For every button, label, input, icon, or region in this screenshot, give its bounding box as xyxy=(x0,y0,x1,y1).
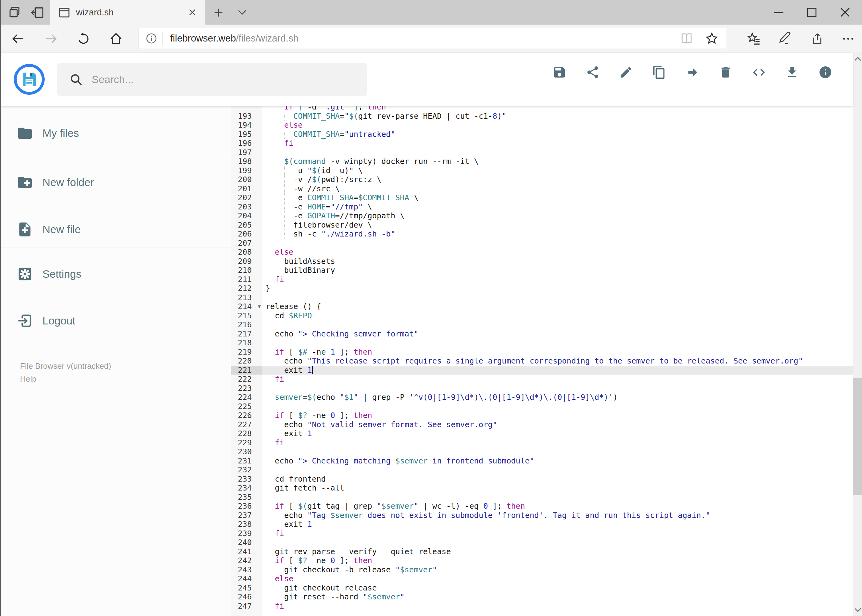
code-line[interactable]: 201 -w //src \ xyxy=(231,184,853,193)
code-line[interactable]: if [ -d ".git" ]; then xyxy=(231,106,853,112)
copy-button[interactable] xyxy=(652,65,666,79)
code-line[interactable]: 244 else xyxy=(231,574,853,583)
code-line[interactable]: 198 $(command -v winpty) docker run --rm… xyxy=(231,157,853,166)
code-line[interactable]: 215 cd $REPO xyxy=(231,311,853,321)
code-line[interactable]: 220 echo "This release script requires a… xyxy=(231,357,853,366)
code-line[interactable]: 193 COMMIT_SHA="$(git rev-parse HEAD | c… xyxy=(231,112,853,121)
code-line[interactable]: 223 xyxy=(231,384,853,393)
code-line[interactable]: 196 fi xyxy=(231,139,853,148)
edit-button[interactable] xyxy=(619,65,633,79)
code-line[interactable]: 221 exit 1 xyxy=(231,366,853,375)
code-line[interactable]: 246 git reset --hard "$semver" xyxy=(231,592,853,602)
code-line[interactable]: 211 fi xyxy=(231,275,853,284)
code-line[interactable]: 236 if [ $(git tag | grep "$semver" | wc… xyxy=(231,501,853,511)
site-info-icon[interactable] xyxy=(145,32,158,45)
scroll-down-arrow-icon[interactable] xyxy=(853,605,862,615)
code-line[interactable]: 231 echo "> Checking matching $semver in… xyxy=(231,456,853,466)
code-line[interactable]: 225 xyxy=(231,402,853,411)
favorite-star-icon[interactable] xyxy=(705,32,719,45)
help-link[interactable]: Help xyxy=(20,374,36,384)
sidebar-item-new-folder[interactable]: New folder xyxy=(1,171,231,194)
more-options-button[interactable] xyxy=(841,32,855,46)
address-bar[interactable]: filebrowser.web/files/wizard.sh xyxy=(138,28,726,49)
code-line[interactable]: 195 COMMIT_SHA="untracked" xyxy=(231,130,853,139)
code-line[interactable]: 247 fi xyxy=(231,602,853,611)
refresh-button[interactable] xyxy=(77,32,90,46)
code-line[interactable]: 217 echo "> Checking semver format" xyxy=(231,329,853,339)
scroll-up-arrow-icon[interactable] xyxy=(853,54,862,64)
share-page-button[interactable] xyxy=(810,32,824,46)
move-button[interactable] xyxy=(686,65,700,79)
code-line[interactable]: 214▾release () { xyxy=(231,302,853,311)
code-line[interactable]: 240 xyxy=(231,538,853,547)
code-line[interactable]: 239 fi xyxy=(231,529,853,538)
code-line[interactable]: 216 xyxy=(231,320,853,329)
code-line[interactable]: 199 -u "$(id -u)" \ xyxy=(231,166,853,175)
tabs-aside-button[interactable] xyxy=(8,6,22,20)
code-line[interactable]: 232 xyxy=(231,465,853,475)
download-button[interactable] xyxy=(785,65,799,79)
code-line[interactable]: 212} xyxy=(231,284,853,293)
code-line[interactable]: 206 sh -c "./wizard.sh -b" xyxy=(231,229,853,239)
info-button[interactable] xyxy=(818,65,832,79)
code-line[interactable]: 229 fi xyxy=(231,438,853,448)
code-line[interactable]: 219 if [ $# -ne 1 ]; then xyxy=(231,347,853,357)
delete-button[interactable] xyxy=(719,65,733,79)
code-line[interactable]: 237 echo "Tag $semver does not exist in … xyxy=(231,511,853,520)
code-line[interactable]: 234 git fetch --all xyxy=(231,484,853,493)
code-line[interactable]: 210 buildBinary xyxy=(231,266,853,275)
code-line[interactable]: 207 xyxy=(231,239,853,248)
code-line[interactable]: 218 xyxy=(231,338,853,347)
fold-arrow-icon[interactable]: ▾ xyxy=(258,302,261,311)
browser-tab[interactable]: wizard.sh xyxy=(50,0,205,25)
code-line[interactable]: 226 if [ $? -ne 0 ]; then xyxy=(231,411,853,420)
code-line[interactable]: 204 -e GOPATH=//tmp/gopath \ xyxy=(231,211,853,220)
code-line[interactable]: 224 semver=$(echo "$1" | grep -P '^v(0|[… xyxy=(231,393,853,402)
code-line[interactable]: 243 git checkout -b release "$semver" xyxy=(231,565,853,575)
code-line[interactable]: 203 -e HOME="//tmp" \ xyxy=(231,202,853,212)
share-button[interactable] xyxy=(586,65,600,79)
code-line[interactable]: 241 git rev-parse --verify --quiet relea… xyxy=(231,547,853,556)
web-note-button[interactable] xyxy=(778,32,793,46)
app-logo[interactable] xyxy=(14,64,45,95)
code-editor[interactable]: if [ -d ".git" ]; then193 COMMIT_SHA="$(… xyxy=(231,106,853,616)
restore-tabs-button[interactable] xyxy=(30,6,45,20)
code-line[interactable]: 238 exit 1 xyxy=(231,520,853,529)
sidebar-item-my-files[interactable]: My files xyxy=(1,121,231,145)
sidebar-item-new-file[interactable]: New file xyxy=(1,218,231,241)
back-button[interactable] xyxy=(11,32,25,46)
code-line[interactable]: 213 xyxy=(231,293,853,302)
forward-button[interactable] xyxy=(44,32,58,46)
minimize-button[interactable] xyxy=(772,5,786,19)
code-line[interactable]: 222 fi xyxy=(231,375,853,384)
code-line[interactable]: 228 exit 1 xyxy=(231,429,853,438)
scrollbar-thumb[interactable] xyxy=(853,378,862,495)
code-line[interactable]: 233 cd frontend xyxy=(231,475,853,484)
code-line[interactable]: 209 buildAssets xyxy=(231,257,853,266)
code-line[interactable]: 202 -e COMMIT_SHA=$COMMIT_SHA \ xyxy=(231,193,853,202)
search-bar[interactable] xyxy=(57,63,367,96)
code-line[interactable]: 235 xyxy=(231,493,853,502)
save-button[interactable] xyxy=(552,65,567,79)
tab-close-icon[interactable] xyxy=(188,8,197,17)
code-line[interactable]: 200 -v /$(pwd):/src:z \ xyxy=(231,175,853,184)
page-scrollbar[interactable] xyxy=(853,53,862,616)
sidebar-item-logout[interactable]: Logout xyxy=(1,309,231,332)
code-button[interactable] xyxy=(752,65,766,79)
code-line[interactable]: 208 else xyxy=(231,248,853,257)
code-line[interactable]: 194 else xyxy=(231,121,853,130)
code-line[interactable]: 242 if [ $? -ne 0 ]; then xyxy=(231,556,853,565)
close-window-button[interactable] xyxy=(838,5,852,19)
search-input[interactable] xyxy=(91,73,367,86)
code-line[interactable]: 205 filebrowser/dev \ xyxy=(231,220,853,230)
reading-view-icon[interactable] xyxy=(680,32,693,45)
new-tab-button[interactable] xyxy=(213,7,224,19)
favorites-hub-button[interactable] xyxy=(747,32,761,46)
code-line[interactable]: 197 xyxy=(231,148,853,157)
maximize-button[interactable] xyxy=(805,5,819,19)
code-line[interactable]: 227 echo "Not valid semver format. See s… xyxy=(231,420,853,429)
home-button[interactable] xyxy=(109,32,123,46)
code-line[interactable]: 245 git checkout release xyxy=(231,583,853,592)
code-line[interactable]: 230 xyxy=(231,447,853,456)
tab-preview-button[interactable] xyxy=(236,9,248,17)
